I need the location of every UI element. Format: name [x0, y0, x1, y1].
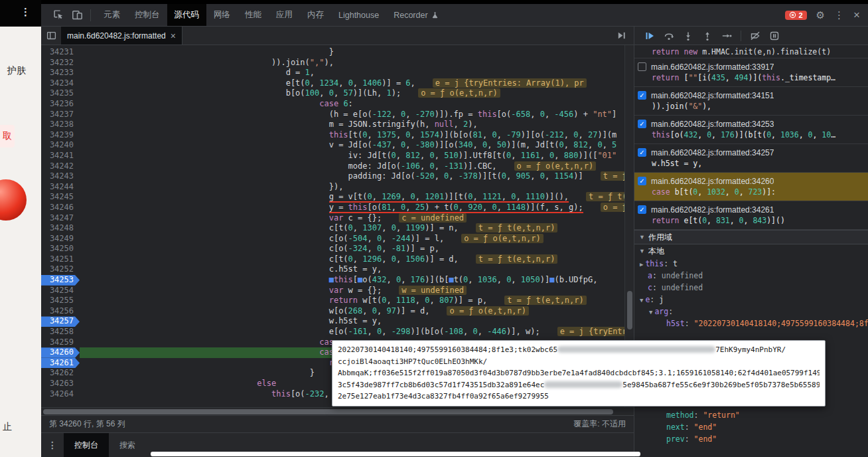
tab-控制台[interactable]: 控制台: [127, 4, 167, 26]
scope-section-header[interactable]: ▼ 作用域: [634, 230, 868, 244]
line-number[interactable]: 34243: [41, 171, 80, 182]
line-number[interactable]: 34244: [41, 182, 80, 193]
scope-variable[interactable]: prev: "end": [634, 433, 868, 445]
line-number[interactable]: 34254: [41, 286, 80, 296]
step-over-icon[interactable]: [662, 29, 676, 43]
line-number[interactable]: 34235: [41, 88, 80, 99]
line-number[interactable]: 34263: [41, 379, 80, 389]
line-number[interactable]: 34255: [41, 296, 80, 306]
breakpoint-line-number[interactable]: 34257: [41, 316, 80, 327]
inspect-element-icon[interactable]: [50, 7, 66, 23]
expand-icon: ▼: [639, 234, 645, 240]
file-tab[interactable]: main.6d620482.js:formatted ×: [61, 27, 182, 45]
line-number[interactable]: 34258: [41, 327, 80, 337]
breakpoint-code-preview: case b[t(0, 1032, 0, 723)]:: [652, 187, 864, 197]
line-number[interactable]: 34245: [41, 192, 80, 203]
breakpoint-entry[interactable]: ✓main.6d620482.js:formatted:34260case b[…: [634, 173, 868, 201]
devtools-toolbar: 元素控制台源代码网络性能应用内存LighthouseRecorder 2 ⚙ ⋮…: [41, 0, 868, 27]
horizontal-scrollbar[interactable]: [41, 407, 634, 415]
expand-icon[interactable]: ▼: [649, 309, 652, 316]
scope-variable[interactable]: h5st: "20220730140418140;497559916038448…: [634, 318, 868, 329]
deactivate-breakpoints-icon[interactable]: [748, 29, 762, 43]
line-number[interactable]: 34233: [41, 68, 80, 78]
line-number[interactable]: 34232: [41, 58, 80, 68]
line-number[interactable]: 34252: [41, 264, 80, 275]
step-out-icon[interactable]: [700, 29, 715, 43]
tab-元素[interactable]: 元素: [96, 4, 127, 26]
breakpoint-checkbox[interactable]: ✓: [638, 148, 646, 157]
breakpoint-checkbox[interactable]: ✓: [638, 120, 646, 128]
scrollbar-thumb[interactable]: [627, 291, 632, 329]
line-number[interactable]: 34249: [41, 234, 80, 244]
breakpoint-entry[interactable]: ✓main.6d620482.js:formatted:34257w.h5st …: [634, 144, 868, 173]
breakpoint-entry[interactable]: ✓main.6d620482.js:formatted:34261return …: [634, 201, 868, 230]
line-number[interactable]: 34256: [41, 306, 80, 317]
line-number[interactable]: 34242: [41, 161, 80, 172]
expand-icon[interactable]: ▶: [640, 261, 643, 268]
line-number[interactable]: 34240: [41, 140, 80, 151]
scope-local-group[interactable]: ▼ 本地: [634, 244, 868, 258]
line-number[interactable]: 34236: [41, 99, 80, 110]
breakpoint-entry[interactable]: main.6d620482.js:formatted:33917return […: [634, 58, 868, 87]
line-number[interactable]: 34246: [41, 203, 80, 213]
line-number[interactable]: 34237: [41, 110, 80, 120]
breakpoint-checkbox[interactable]: ✓: [638, 177, 646, 185]
line-number[interactable]: 34247: [41, 213, 80, 224]
tab-源代码[interactable]: 源代码: [167, 4, 207, 26]
line-number[interactable]: 34238: [41, 120, 80, 130]
tab-性能[interactable]: 性能: [238, 4, 269, 26]
scope-variable[interactable]: ▶this: t: [634, 258, 868, 270]
line-number[interactable]: 34239: [41, 130, 80, 141]
breakpoint-checkbox[interactable]: ✓: [638, 205, 646, 214]
code-text: padding: Jd[o(-520, 0, -378)][t(0, 905, …: [80, 171, 624, 182]
product-image: [0, 179, 27, 221]
scope-variable[interactable]: ▼arg:: [634, 306, 868, 318]
breakpoint-checkbox[interactable]: [638, 62, 646, 71]
line-number[interactable]: 34231: [41, 47, 80, 58]
pane-toggle-icon[interactable]: [611, 27, 631, 45]
expand-icon[interactable]: ▼: [640, 297, 643, 304]
device-toolbar-icon[interactable]: [69, 7, 85, 23]
close-tab-icon[interactable]: ×: [171, 31, 176, 41]
settings-gear-icon[interactable]: ⚙: [816, 9, 825, 21]
line-number[interactable]: 34262: [41, 368, 80, 379]
breakpoint-line-number[interactable]: 34261: [41, 358, 80, 369]
line-number[interactable]: 34234: [41, 78, 80, 89]
scrollbar-thumb[interactable]: [43, 409, 613, 414]
resume-icon[interactable]: [642, 29, 657, 43]
scope-variable[interactable]: ▼e: j: [634, 294, 868, 306]
line-number[interactable]: 34250: [41, 244, 80, 254]
code-text: y = this[o(81, 0, 25) + t(0, 920, 0, 114…: [80, 203, 624, 213]
breakpoint-line-number[interactable]: 34253: [41, 275, 80, 286]
breakpoint-entry[interactable]: ✓main.6d620482.js:formatted:34151)).join…: [634, 87, 868, 116]
tab-应用[interactable]: 应用: [269, 4, 300, 26]
navigator-toggle-icon[interactable]: [41, 27, 61, 45]
step-into-icon[interactable]: [681, 29, 695, 43]
line-number[interactable]: 34248: [41, 223, 80, 234]
scope-variable[interactable]: c: undefined: [634, 282, 868, 294]
error-badge[interactable]: 2: [785, 11, 806, 20]
breakpoint-entry[interactable]: ✓main.6d620482.js:formatted:34253this[o(…: [634, 116, 868, 144]
breakpoint-line-number[interactable]: 34260: [41, 347, 80, 358]
breakpoint-list: main.6d620482.js:formatted:33917return […: [634, 58, 868, 230]
tab-Lighthouse[interactable]: Lighthouse: [331, 4, 386, 26]
scope-variable[interactable]: next: "end": [634, 421, 868, 433]
line-number[interactable]: 34241: [41, 151, 80, 161]
tab-search[interactable]: 搜索: [109, 433, 146, 457]
more-options-icon[interactable]: ⋮: [834, 9, 844, 21]
scope-variable[interactable]: a: undefined: [634, 270, 868, 282]
tab-网络[interactable]: 网络: [206, 4, 238, 26]
line-number[interactable]: 34264: [41, 389, 80, 400]
step-icon[interactable]: [719, 29, 734, 43]
pause-on-exceptions-icon[interactable]: [767, 29, 782, 43]
scope-variable[interactable]: method: "return": [634, 409, 868, 421]
tab-Recorder[interactable]: Recorder: [386, 4, 445, 26]
line-number[interactable]: 34251: [41, 254, 80, 265]
variable-name: prev: [666, 434, 685, 444]
tab-内存[interactable]: 内存: [300, 4, 331, 26]
drawer-menu-icon[interactable]: ⋮: [41, 433, 64, 457]
breakpoint-checkbox[interactable]: ✓: [638, 91, 646, 100]
tab-console[interactable]: 控制台: [64, 433, 109, 457]
line-number[interactable]: 34259: [41, 337, 80, 348]
close-devtools-icon[interactable]: ×: [853, 9, 860, 22]
